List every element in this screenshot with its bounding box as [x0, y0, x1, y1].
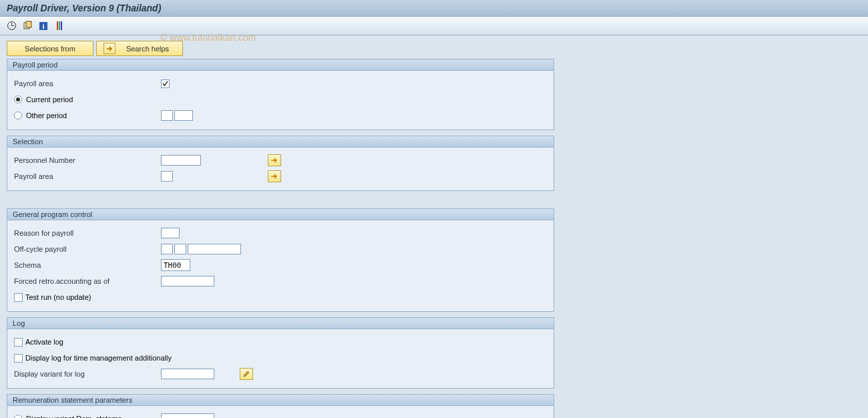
activate-log-label: Activate log [25, 338, 63, 346]
forced-retro-input[interactable] [161, 276, 214, 286]
selection-title: Selection [7, 136, 554, 148]
general-control-group: General program control Reason for payro… [7, 208, 554, 312]
reason-label: Reason for payroll [14, 229, 161, 237]
window-title: Payroll Driver, Version 9 (Thailand) [0, 0, 868, 17]
display-variant-edit-button[interactable] [240, 368, 253, 380]
toolbar: i [0, 17, 868, 35]
display-variant-rem-input[interactable] [161, 413, 214, 418]
offcycle-input-3[interactable] [188, 244, 241, 254]
org-structure-icon[interactable] [53, 20, 65, 32]
payroll-period-group: Payroll period Payroll area Current peri… [7, 59, 554, 130]
forced-retro-label: Forced retro.accounting as of [14, 277, 161, 285]
current-period-label: Current period [26, 95, 73, 103]
personnel-number-multi-button[interactable] [268, 154, 281, 166]
svg-text:i: i [42, 22, 44, 30]
svg-rect-7 [57, 21, 58, 30]
svg-rect-4 [26, 21, 31, 27]
other-period-input-2[interactable] [174, 110, 193, 121]
payroll-area-checkbox[interactable] [161, 79, 170, 88]
selections-from-button[interactable]: Selections from [7, 41, 93, 56]
offcycle-input-1[interactable] [161, 244, 173, 254]
search-helps-button[interactable]: Search helps [96, 41, 183, 56]
arrow-right-icon [103, 43, 116, 54]
sel-payroll-area-label: Payroll area [14, 172, 161, 180]
display-variant-rem-radio[interactable] [14, 415, 22, 418]
search-helps-label: Search helps [120, 45, 176, 53]
offcycle-label: Off-cycle payroll [14, 245, 161, 253]
personnel-number-input[interactable] [161, 155, 201, 166]
content-area: Selections from Search helps Payroll per… [0, 35, 868, 418]
log-title: Log [7, 318, 554, 329]
display-variant-rem-label: Display variant Rem. stateme [26, 415, 161, 418]
personnel-number-label: Personnel Number [14, 156, 161, 164]
activate-log-checkbox[interactable] [14, 338, 23, 347]
test-run-label: Test run (no update) [25, 293, 91, 301]
other-period-radio[interactable] [14, 112, 22, 120]
current-period-radio[interactable] [14, 95, 22, 103]
variant-icon[interactable] [21, 20, 33, 32]
test-run-checkbox[interactable] [14, 293, 23, 302]
display-variant-log-label: Display variant for log [14, 370, 161, 378]
svg-rect-9 [61, 21, 62, 30]
schema-label: Schema [14, 261, 161, 269]
execute-icon[interactable] [5, 20, 17, 32]
remuneration-group: Remuneration statement parameters Displa… [7, 394, 554, 418]
payroll-period-title: Payroll period [7, 59, 554, 71]
reason-input[interactable] [161, 228, 180, 238]
action-buttons: Selections from Search helps [7, 41, 861, 56]
svg-rect-8 [59, 21, 60, 30]
time-mgmt-log-checkbox[interactable] [14, 354, 23, 363]
payroll-area-label: Payroll area [14, 79, 161, 87]
offcycle-input-2[interactable] [174, 244, 186, 254]
other-period-label: Other period [26, 112, 161, 120]
remuneration-title: Remuneration statement parameters [7, 395, 554, 406]
info-icon[interactable]: i [37, 20, 49, 32]
sel-payroll-area-multi-button[interactable] [268, 170, 281, 182]
log-group: Log Activate log Display log for time ma… [7, 317, 554, 389]
schema-input[interactable] [161, 259, 190, 271]
other-period-input-1[interactable] [161, 110, 173, 121]
time-mgmt-log-label: Display log for time management addition… [25, 354, 172, 362]
general-control-title: General program control [7, 209, 554, 220]
display-variant-log-input[interactable] [161, 369, 214, 379]
title-text: Payroll Driver, Version 9 (Thailand) [7, 3, 161, 13]
sel-payroll-area-input[interactable] [161, 171, 173, 182]
selection-group: Selection Personnel Number Payroll area [7, 136, 554, 191]
